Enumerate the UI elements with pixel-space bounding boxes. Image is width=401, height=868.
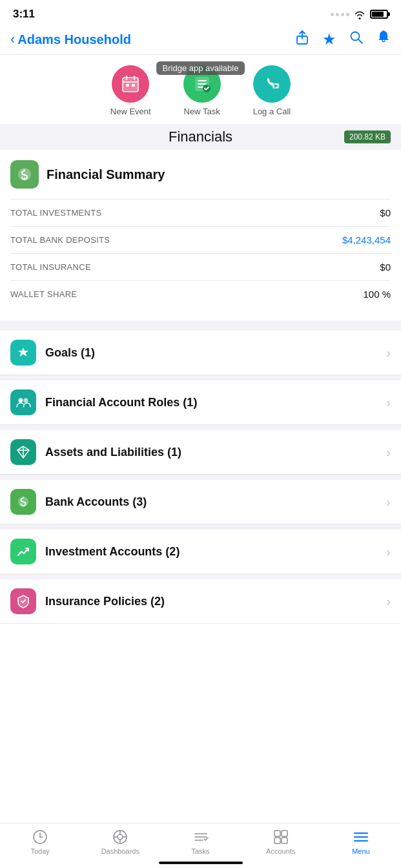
total-investments-label: TOTAL INVESTMENTS xyxy=(10,208,380,218)
total-bank-deposits-row[interactable]: TOTAL BANK DEPOSITS $4,243,454 xyxy=(10,226,391,253)
summary-header: Financial Summary xyxy=(10,160,391,189)
bank-accounts-item[interactable]: Bank Accounts (3) › xyxy=(0,480,401,524)
nav-tasks[interactable]: Tasks xyxy=(160,829,240,855)
goals-chevron-icon: › xyxy=(386,346,391,360)
status-icons xyxy=(331,9,388,19)
bank-accounts-label: Bank Accounts (3) xyxy=(45,495,386,509)
bank-accounts-chevron-icon: › xyxy=(386,495,391,510)
svg-point-18 xyxy=(19,398,23,403)
svg-rect-33 xyxy=(274,831,280,836)
menu-icon xyxy=(353,829,369,845)
svg-rect-3 xyxy=(123,78,138,92)
financial-account-roles-item[interactable]: Financial Account Roles (1) › xyxy=(0,380,401,425)
section-title: Financials xyxy=(169,129,232,145)
battery-icon xyxy=(370,10,388,19)
investment-accounts-chevron-icon: › xyxy=(386,544,391,559)
log-call-icon: ▶ xyxy=(253,65,291,103)
svg-rect-36 xyxy=(282,838,287,843)
back-button[interactable]: ‹ Adams Household xyxy=(10,31,295,48)
assets-liabilities-label: Assets and Liabilities (1) xyxy=(45,446,386,459)
bell-icon[interactable] xyxy=(376,30,391,49)
summary-title: Financial Summary xyxy=(46,167,165,182)
nav-menu[interactable]: Menu xyxy=(321,829,401,855)
household-title: Adams Household xyxy=(17,32,131,47)
nav-accounts-label: Accounts xyxy=(266,847,295,855)
dashboards-icon xyxy=(112,829,129,845)
wallet-share-value: 100 % xyxy=(363,289,391,300)
wifi-icon xyxy=(353,9,366,19)
assets-liabilities-item[interactable]: Assets and Liabilities (1) › xyxy=(0,430,401,475)
total-investments-value: $0 xyxy=(380,207,391,218)
assets-liabilities-icon xyxy=(10,439,36,465)
new-task-label: New Task xyxy=(184,107,220,116)
home-indicator xyxy=(159,862,243,864)
status-bar: 3:11 xyxy=(0,0,401,25)
financial-account-roles-icon xyxy=(10,389,36,415)
total-insurance-value: $0 xyxy=(380,262,391,273)
total-investments-row: TOTAL INVESTMENTS $0 xyxy=(10,199,391,226)
insurance-policies-icon xyxy=(10,588,36,614)
nav-actions: ★ xyxy=(295,30,391,49)
goals-label: Goals (1) xyxy=(45,346,386,360)
financial-account-roles-label: Financial Account Roles (1) xyxy=(45,396,386,409)
insurance-policies-item[interactable]: Insurance Policies (2) › xyxy=(0,579,401,624)
goals-item[interactable]: Goals (1) › xyxy=(0,331,401,375)
financial-summary-card: Financial Summary TOTAL INVESTMENTS $0 T… xyxy=(0,150,401,326)
nav-today[interactable]: Today xyxy=(0,829,80,855)
assets-liabilities-chevron-icon: › xyxy=(386,445,391,460)
log-call-label: Log a Call xyxy=(253,107,291,116)
back-chevron-icon: ‹ xyxy=(10,31,15,48)
total-bank-deposits-label: TOTAL BANK DEPOSITS xyxy=(10,235,342,245)
nav-dashboards[interactable]: Dashboards xyxy=(80,829,160,855)
status-time: 3:11 xyxy=(13,8,35,21)
new-event-icon xyxy=(112,65,149,103)
nav-tasks-label: Tasks xyxy=(191,847,209,855)
separator-6 xyxy=(0,574,401,579)
separator-3 xyxy=(0,425,401,430)
svg-rect-8 xyxy=(126,84,129,87)
goals-icon xyxy=(10,340,36,366)
search-icon[interactable] xyxy=(349,30,364,48)
wallet-share-label: WALLET SHARE xyxy=(10,289,363,299)
investment-accounts-icon xyxy=(10,539,36,564)
nav-dashboards-label: Dashboards xyxy=(101,847,139,855)
nav-bar: ‹ Adams Household ★ xyxy=(0,25,401,55)
log-call-button[interactable]: ▶ Log a Call xyxy=(253,65,291,116)
bridge-badge: Bridge app available xyxy=(156,61,245,75)
wallet-share-row: WALLET SHARE 100 % xyxy=(10,280,391,307)
svg-point-19 xyxy=(24,398,28,403)
new-event-label: New Event xyxy=(110,107,151,116)
quick-actions: Bridge app available New Event xyxy=(0,55,401,124)
svg-rect-34 xyxy=(282,831,287,836)
separator-2 xyxy=(0,375,401,380)
section-title-bar: Financials 200.82 KB xyxy=(0,124,401,150)
svg-point-2 xyxy=(383,30,385,32)
separator-5 xyxy=(0,524,401,530)
separator-1 xyxy=(0,326,401,331)
summary-icon xyxy=(10,160,39,189)
total-bank-deposits-value[interactable]: $4,243,454 xyxy=(342,234,391,245)
svg-rect-35 xyxy=(274,838,280,843)
accounts-icon xyxy=(272,829,289,845)
signal-icon xyxy=(331,13,349,16)
svg-point-25 xyxy=(118,834,123,840)
total-insurance-label: TOTAL INSURANCE xyxy=(10,262,380,272)
share-icon[interactable] xyxy=(295,30,309,49)
total-insurance-row: TOTAL INSURANCE $0 xyxy=(10,253,391,280)
investment-accounts-label: Investment Accounts (2) xyxy=(45,545,386,559)
size-badge: 200.82 KB xyxy=(344,130,391,143)
list-section: Goals (1) › Financial Account Roles (1) … xyxy=(0,331,401,624)
bank-accounts-icon xyxy=(10,489,36,515)
financial-account-roles-chevron-icon: › xyxy=(386,395,391,410)
nav-accounts[interactable]: Accounts xyxy=(241,829,321,855)
today-icon xyxy=(32,829,48,845)
star-icon[interactable]: ★ xyxy=(322,30,336,48)
new-event-button[interactable]: New Event xyxy=(110,65,151,116)
nav-today-label: Today xyxy=(30,847,49,855)
tasks-icon xyxy=(192,829,209,845)
svg-rect-9 xyxy=(132,84,135,87)
investment-accounts-item[interactable]: Investment Accounts (2) › xyxy=(0,530,401,574)
insurance-policies-label: Insurance Policies (2) xyxy=(45,595,386,608)
nav-menu-label: Menu xyxy=(352,847,370,855)
separator-4 xyxy=(0,475,401,480)
